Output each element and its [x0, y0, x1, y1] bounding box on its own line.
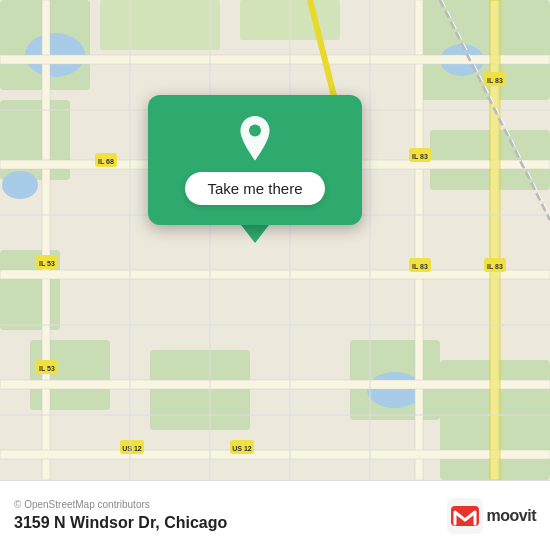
svg-rect-18	[42, 0, 50, 480]
address-text: 3159 N Windsor Dr, Chicago	[14, 514, 227, 532]
popup-tail	[241, 225, 269, 243]
map-area: IL 83 IL 83 IL 83 IL 83 IL 53 IL 53 IL 6…	[0, 0, 550, 480]
svg-text:IL 83: IL 83	[412, 153, 428, 160]
svg-point-13	[2, 171, 38, 199]
svg-text:IL 83: IL 83	[412, 263, 428, 270]
svg-rect-17	[415, 0, 423, 480]
svg-rect-21	[0, 270, 550, 279]
svg-text:US 12: US 12	[122, 445, 142, 452]
popup-card: Take me there	[148, 95, 362, 225]
moovit-logo: moovit	[447, 498, 536, 534]
svg-rect-10	[100, 0, 220, 50]
moovit-label: moovit	[487, 507, 536, 525]
address-block: © OpenStreetMap contributors 3159 N Wind…	[14, 499, 227, 532]
svg-text:IL 68: IL 68	[98, 158, 114, 165]
svg-rect-23	[0, 450, 550, 459]
location-popup: Take me there	[148, 95, 362, 243]
svg-point-14	[367, 372, 423, 408]
svg-text:IL 53: IL 53	[39, 260, 55, 267]
take-me-there-button[interactable]: Take me there	[185, 172, 324, 205]
location-pin-icon	[231, 116, 279, 164]
bottom-bar: © OpenStreetMap contributors 3159 N Wind…	[0, 480, 550, 550]
svg-text:IL 83: IL 83	[487, 263, 503, 270]
osm-credit: © OpenStreetMap contributors	[14, 499, 227, 510]
svg-rect-9	[150, 350, 250, 430]
svg-text:IL 83: IL 83	[487, 77, 503, 84]
moovit-icon	[447, 498, 483, 534]
svg-point-55	[249, 124, 261, 136]
svg-rect-22	[0, 380, 550, 389]
svg-text:IL 53: IL 53	[39, 365, 55, 372]
svg-text:US 12: US 12	[232, 445, 252, 452]
